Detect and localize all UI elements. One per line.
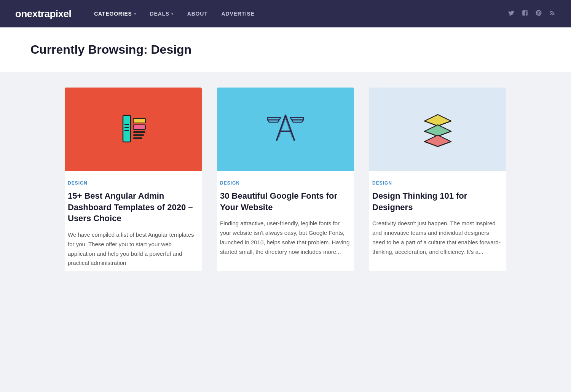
chevron-down-icon: ▾ — [171, 12, 174, 16]
svg-rect-6 — [124, 124, 129, 125]
card-2-title: 30 Beautiful Google Fonts for Your Websi… — [220, 190, 351, 213]
font-icon — [261, 104, 310, 155]
nav-categories[interactable]: CATEGORIES ▾ — [94, 11, 136, 17]
card-1-body: DESIGN 15+ Best Angular Admin Dashboard … — [65, 171, 202, 271]
nav-links: CATEGORIES ▾ DEALS ▾ ABOUT ADVERTISE — [94, 11, 508, 17]
svg-rect-2 — [133, 125, 145, 129]
pinterest-icon[interactable] — [535, 10, 542, 18]
site-logo[interactable]: onextrapixel — [15, 8, 71, 20]
chevron-down-icon: ▾ — [134, 12, 136, 16]
svg-rect-7 — [124, 127, 129, 128]
rss-icon[interactable] — [549, 10, 556, 18]
card-1-excerpt: We have compiled a list of best Angular … — [68, 230, 199, 268]
card-1[interactable]: DESIGN 15+ Best Angular Admin Dashboard … — [65, 88, 202, 271]
main-content: DESIGN 15+ Best Angular Admin Dashboard … — [42, 88, 529, 271]
svg-rect-0 — [123, 115, 131, 142]
card-3-excerpt: Creativity doesn't just happen. The most… — [372, 219, 503, 257]
card-3-body: DESIGN Design Thinking 101 for Designers… — [369, 171, 506, 260]
card-2-category: DESIGN — [220, 180, 351, 186]
card-1-image — [65, 88, 202, 171]
card-3-category: DESIGN — [372, 180, 503, 186]
svg-rect-1 — [133, 118, 145, 123]
dashboard-icon — [108, 104, 158, 155]
card-1-category: DESIGN — [68, 180, 199, 186]
twitter-icon[interactable] — [508, 10, 515, 18]
card-3-title: Design Thinking 101 for Designers — [372, 190, 503, 213]
card-grid: DESIGN 15+ Best Angular Admin Dashboard … — [65, 88, 506, 271]
nav-deals[interactable]: DEALS ▾ — [150, 11, 174, 17]
svg-rect-3 — [133, 131, 145, 133]
facebook-icon[interactable] — [522, 10, 528, 18]
card-3[interactable]: DESIGN Design Thinking 101 for Designers… — [369, 88, 506, 271]
navbar: onextrapixel CATEGORIES ▾ DEALS ▾ ABOUT … — [0, 0, 571, 27]
layers-icon — [413, 104, 463, 155]
card-2[interactable]: DESIGN 30 Beautiful Google Fonts for You… — [217, 88, 354, 271]
card-2-excerpt: Finding attractive, user-friendly, legib… — [220, 219, 351, 257]
svg-rect-5 — [133, 137, 142, 139]
svg-rect-8 — [124, 130, 129, 131]
nav-about[interactable]: ABOUT — [187, 11, 208, 17]
hero-banner: Currently Browsing: Design — [0, 27, 571, 72]
card-2-image — [217, 88, 354, 171]
social-links — [508, 10, 556, 18]
page-title: Currently Browsing: Design — [30, 43, 541, 57]
card-3-image — [369, 88, 506, 171]
svg-rect-4 — [133, 134, 144, 136]
nav-advertise[interactable]: ADVERTISE — [222, 11, 255, 17]
card-1-title: 15+ Best Angular Admin Dashboard Templat… — [68, 190, 199, 224]
card-2-body: DESIGN 30 Beautiful Google Fonts for You… — [217, 171, 354, 260]
